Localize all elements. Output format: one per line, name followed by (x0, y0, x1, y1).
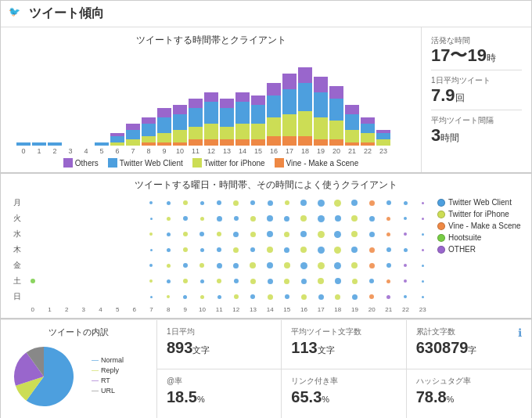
bar-seg-web (95, 142, 109, 146)
bar-seg-iphone (142, 136, 156, 142)
bubble-dot (351, 200, 358, 206)
bubble-cell (92, 258, 110, 273)
bubble-x-label-23: 23 (414, 306, 431, 313)
bubble-cell (329, 273, 347, 289)
stat-cell-label: 平均ツイート文字数 (291, 326, 396, 337)
bubble-cell (109, 211, 126, 226)
bubble-cell (363, 211, 380, 226)
bar-seg-iphone (314, 117, 328, 139)
bar-seg-vine (267, 136, 281, 146)
bubble-x-label-22: 22 (397, 306, 415, 313)
bubble-cell (109, 273, 126, 289)
pie-label-text: Reply (101, 366, 119, 374)
bar-seg-web (48, 142, 62, 146)
bar-col-21 (345, 105, 359, 146)
stat-cell-value: 630879字 (416, 339, 522, 357)
bubble-dot (217, 263, 222, 268)
bubble-cell (296, 242, 313, 258)
bubble-cell (414, 273, 431, 289)
bar-col-23 (376, 130, 390, 146)
bubble-dot (369, 263, 375, 268)
bar-seg-others (189, 99, 203, 108)
bubble-dot (250, 216, 256, 222)
bar-x-label-8: 8 (142, 147, 156, 155)
bubble-cell (143, 273, 160, 289)
bubble-dot (167, 295, 170, 298)
bubble-cell (414, 289, 431, 304)
bubble-cell (210, 242, 228, 258)
bubble-dot (301, 294, 307, 300)
pie-label-dash: — (92, 366, 99, 374)
info-icon[interactable]: ℹ (518, 326, 522, 339)
bubble-cell (380, 195, 397, 211)
bar-seg-iphone (329, 121, 343, 139)
bubble-cell (363, 258, 380, 273)
bubble-cell (347, 258, 364, 273)
bar-col-6 (110, 133, 124, 146)
bubble-cell (296, 226, 313, 242)
bubble-dot (422, 218, 424, 220)
bubble-cell (24, 195, 41, 211)
bubble-cell (228, 195, 245, 211)
bubble-cell (261, 289, 279, 304)
bubble-cell (75, 258, 92, 273)
bubble-cell (414, 195, 431, 211)
stat-daily-value: 7.9回 (431, 86, 522, 105)
bubble-x-label-3: 3 (75, 306, 92, 313)
bird-icon: 🐦 (9, 6, 24, 22)
bubble-x-label-21: 21 (380, 306, 397, 313)
bar-x-label-11: 11 (189, 147, 203, 155)
bubble-x-label-18: 18 (329, 306, 347, 313)
bubble-cell (414, 211, 431, 226)
stat-cell-label: @率 (167, 376, 271, 387)
stat-cell-label: リンク付き率 (291, 376, 396, 387)
bubble-cell (143, 242, 160, 258)
bubble-cell (24, 273, 41, 289)
bar-col-11 (189, 99, 203, 146)
bubble-cell (363, 195, 380, 211)
bar-x-label-23: 23 (376, 147, 390, 155)
bubble-dot (150, 218, 153, 220)
bubble-dot (217, 232, 221, 236)
stat-cell-0: 1日平均893文字 (157, 320, 282, 369)
bar-seg-vine (298, 136, 312, 146)
bubble-cell (126, 289, 143, 304)
legend-label: Twitter Web Client (120, 159, 183, 168)
bubble-dot (404, 217, 407, 220)
pie-label-item: —URL (92, 387, 124, 395)
bar-x-label-0: 0 (16, 147, 31, 155)
bubble-cell (41, 242, 59, 258)
bubble-dot (386, 247, 391, 252)
bubble-x-label-17: 17 (312, 306, 329, 313)
bubble-dot (200, 295, 204, 299)
bubble-cell (24, 211, 41, 226)
bar-seg-web (251, 105, 265, 124)
bubble-cell (312, 273, 329, 289)
bubble-dot (200, 201, 204, 205)
bubble-dot (234, 279, 239, 283)
bubble-cell (41, 211, 59, 226)
bar-seg-others (235, 92, 250, 102)
bubble-cell (58, 226, 75, 242)
bar-col-10 (173, 105, 187, 146)
bar-seg-iphone (189, 127, 203, 139)
bar-x-label-19: 19 (314, 147, 328, 155)
bar-seg-web (361, 124, 375, 133)
bubble-dot (267, 262, 273, 268)
bubble-legend-dot (437, 246, 445, 254)
bar-seg-web (189, 108, 203, 127)
stat-cell-2: 累計文字数ℹ630879字 (407, 320, 531, 369)
stat-daily: 1日平均ツイート 7.9回 (431, 75, 522, 110)
bubble-dot (404, 279, 407, 283)
stat-cell-5: ハッシュタグ率78.8% (407, 369, 531, 419)
bubble-cell (177, 273, 194, 289)
bubble-dot (167, 232, 171, 236)
bubble-cell (75, 211, 92, 226)
bubble-cell (380, 258, 397, 273)
pie-chart (9, 341, 87, 412)
pie-label-dash: — (92, 377, 99, 384)
stat-cell-unit: 文字 (318, 345, 335, 355)
bubble-cell (143, 195, 160, 211)
day-label-1: 火 (9, 211, 24, 226)
bar-seg-vine (314, 139, 328, 146)
